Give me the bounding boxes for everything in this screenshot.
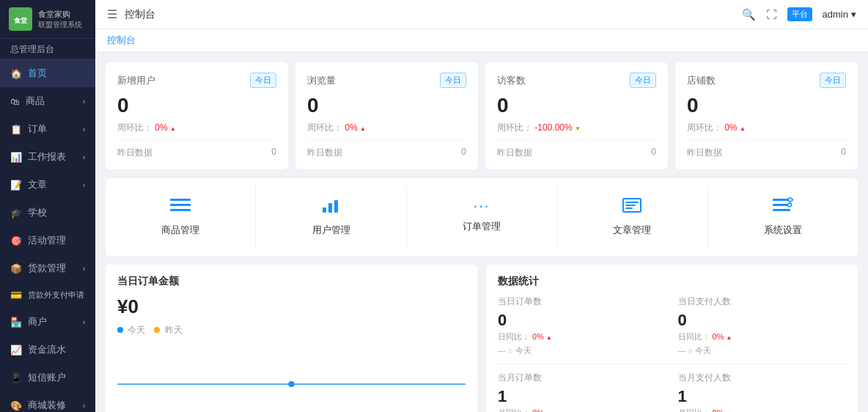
system-settings-icon xyxy=(773,197,793,218)
data-grid: 当日订单数 0 日同比： 0% — ○ 今天 当日支付人数 0 xyxy=(498,295,846,356)
daily-pay-arrow-icon xyxy=(727,332,732,341)
topbar: ☰ 控制台 🔍 ⛶ 平台 admin ▾ xyxy=(95,0,868,29)
stat-ratio: 周环比： 0% xyxy=(117,122,276,134)
ratio-label: 周环比： xyxy=(687,122,722,133)
daily-pay-legend: — ○ 今天 xyxy=(678,345,847,356)
arrow-icon: › xyxy=(83,153,85,161)
yesterday-label: 昨天 xyxy=(165,325,183,335)
topbar-right: 🔍 ⛶ 平台 admin ▾ xyxy=(742,7,856,21)
sidebar-item-label: 订单 xyxy=(28,122,47,136)
data-grid-monthly: 当月订单数 1 月同比： 0% 当月支付人数 1 月同比： 0% xyxy=(498,372,846,412)
yesterday-value: 0 xyxy=(271,147,276,159)
stat-value: 0 xyxy=(687,94,846,117)
monthly-pay-pct: 0% xyxy=(713,408,724,412)
activity-icon: 🎯 xyxy=(10,235,22,246)
quick-item-label: 订单管理 xyxy=(463,220,501,233)
quick-item-label: 用户管理 xyxy=(312,224,350,237)
quick-item-label: 系统设置 xyxy=(764,224,802,237)
quick-item-articles[interactable]: 文章管理 xyxy=(557,185,707,249)
goods-icon: 🛍 xyxy=(10,96,20,107)
daily-orders-stat: 当日订单数 0 日同比： 0% — ○ 今天 xyxy=(498,295,666,356)
sidebar-item-sms[interactable]: 📱 短信账户 xyxy=(0,364,95,391)
stat-ratio: 周环比： 0% xyxy=(687,122,846,134)
sidebar-item-report[interactable]: 📊 工作报表 › xyxy=(0,143,95,171)
article-icon: 📝 xyxy=(10,180,22,191)
sidebar-item-inventory[interactable]: 📦 货款管理 › xyxy=(0,254,95,282)
stat-yesterday: 昨日数据 0 xyxy=(497,140,656,159)
monthly-orders-value: 1 xyxy=(498,387,666,406)
ratio-value: -100.00% xyxy=(534,122,572,133)
sidebar-nav: 🏠 首页 🛍 商品 › 📋 订单 › 📊 工作报表 › xyxy=(0,59,95,412)
topbar-left: ☰ 控制台 xyxy=(107,7,155,21)
stat-yesterday: 昨日数据 0 xyxy=(687,140,846,159)
logo-icon: 食堂 xyxy=(9,7,32,31)
legend-yesterday: 昨天 xyxy=(154,324,182,336)
ratio-label: 周环比： xyxy=(307,122,342,133)
sidebar-item-label: 活动管理 xyxy=(28,234,66,247)
sidebar-item-label: 文章 xyxy=(28,178,47,191)
menu-toggle-icon[interactable]: ☰ xyxy=(107,7,117,21)
stat-title: 浏览量 xyxy=(307,74,336,87)
quick-item-goods[interactable]: 商品管理 xyxy=(106,185,256,249)
quick-item-label: 文章管理 xyxy=(613,224,651,237)
svg-rect-9 xyxy=(625,202,639,203)
yesterday-label: 昨日数据 xyxy=(307,147,342,159)
order-amount-card: 当日订单金额 ¥0 今天 昨天 xyxy=(106,265,477,412)
goods-mgmt-icon xyxy=(170,197,191,218)
stat-yesterday: 昨日数据 0 xyxy=(117,140,276,159)
stat-value: 0 xyxy=(307,94,466,117)
quick-item-orders[interactable]: ··· 订单管理 xyxy=(407,185,557,249)
monthly-orders-label: 当月订单数 xyxy=(498,372,666,384)
daily-orders-label: 当日订单数 xyxy=(498,295,666,308)
sidebar-item-payment[interactable]: 💳 货款外支付申请 xyxy=(0,282,95,308)
daily-orders-arrow-icon xyxy=(546,332,552,341)
monthly-orders-ratio-text: 月同比： xyxy=(498,408,530,412)
svg-point-15 xyxy=(788,198,792,202)
quick-menu: 商品管理 用户管理 ··· 订单管理 xyxy=(106,178,858,256)
yesterday-value: 0 xyxy=(461,147,466,159)
ratio-label: 周环比： xyxy=(497,122,532,133)
quick-item-users[interactable]: 用户管理 xyxy=(256,185,406,249)
ratio-arrow-icon xyxy=(740,122,746,133)
ratio-arrow-icon xyxy=(360,122,366,133)
content-area: 新增用户 今日 0 周环比： 0% 昨日数据 0 浏览量 今日 xyxy=(95,52,868,412)
sidebar-item-school[interactable]: 🎓 学校 xyxy=(0,199,95,227)
ratio-arrow-icon xyxy=(575,122,581,133)
svg-point-16 xyxy=(787,203,791,207)
yesterday-label: 昨日数据 xyxy=(687,147,722,159)
sidebar-item-label: 商城装修 xyxy=(28,399,66,412)
sidebar-item-label: 工作报表 xyxy=(28,150,66,163)
sidebar-item-goods[interactable]: 🛍 商品 › xyxy=(0,87,95,115)
sidebar-item-decor[interactable]: 🎨 商城装修 › xyxy=(0,391,95,412)
sidebar-item-activity[interactable]: 🎯 活动管理 xyxy=(0,227,95,254)
monthly-orders-ratio: 月同比： 0% xyxy=(498,408,666,412)
sidebar-item-orders[interactable]: 📋 订单 › xyxy=(0,115,95,143)
sidebar-item-label: 货款外支付申请 xyxy=(28,290,84,301)
sidebar-item-label: 短信账户 xyxy=(28,371,66,384)
topbar-title: 控制台 xyxy=(125,8,155,21)
sidebar-item-home[interactable]: 🏠 首页 xyxy=(0,59,95,87)
stat-value: 0 xyxy=(497,94,656,117)
svg-rect-2 xyxy=(170,199,191,201)
arrow-icon: › xyxy=(83,125,85,133)
daily-pay-stat: 当日支付人数 0 日同比： 0% — ○ 今天 xyxy=(678,295,847,356)
svg-rect-6 xyxy=(328,203,332,213)
admin-user-button[interactable]: admin ▾ xyxy=(823,9,856,20)
stat-card-views: 浏览量 今日 0 周环比： 0% 昨日数据 0 xyxy=(295,62,478,169)
order-chart-area xyxy=(117,336,466,395)
svg-rect-10 xyxy=(625,205,636,206)
sidebar-item-article[interactable]: 📝 文章 › xyxy=(0,171,95,199)
sidebar-item-merchant[interactable]: 🏪 商户 › xyxy=(0,308,95,336)
sidebar-item-cashflow[interactable]: 📈 资金流水 xyxy=(0,336,95,364)
data-stats-title: 数据统计 xyxy=(498,275,846,288)
daily-orders-legend: — ○ 今天 xyxy=(498,345,666,356)
monthly-pay-value: 1 xyxy=(678,387,847,406)
arrow-icon: › xyxy=(83,265,85,273)
search-icon[interactable]: 🔍 xyxy=(742,8,756,21)
school-icon: 🎓 xyxy=(10,207,22,218)
stat-title: 店铺数 xyxy=(687,74,716,87)
sidebar-item-label: 首页 xyxy=(28,67,47,80)
logo-text-line2: 联盟管理系统 xyxy=(38,20,82,30)
quick-item-system[interactable]: 系统设置 xyxy=(708,185,858,249)
fullscreen-icon[interactable]: ⛶ xyxy=(766,8,777,21)
